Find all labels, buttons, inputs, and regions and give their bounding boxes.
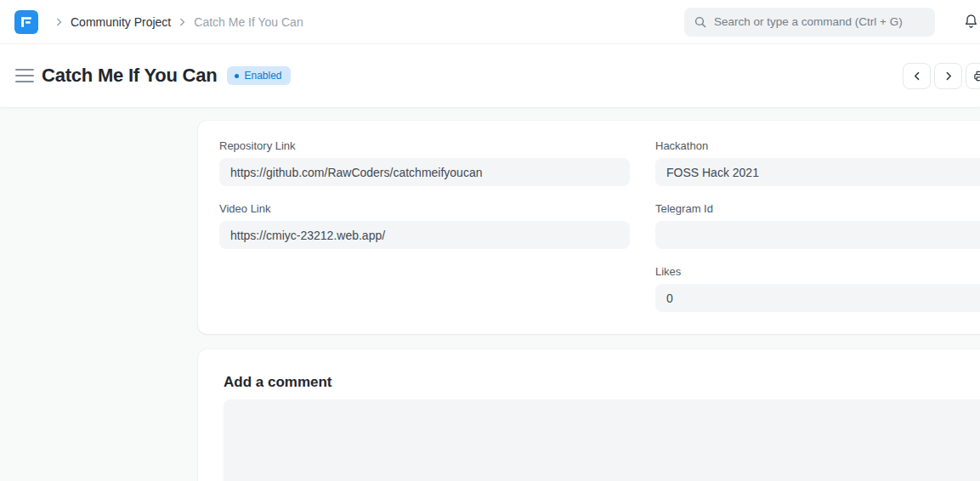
status-dot-icon [235,74,239,78]
page-head: Catch Me If You Can Enabled [0,44,980,108]
likes-input[interactable] [655,284,980,312]
add-comment-heading: Add a comment [224,374,980,391]
form-column-left: Repository Link Video Link [219,139,630,312]
field-label: Video Link [219,202,630,215]
hamburger-icon [15,81,34,82]
field-video-link: Video Link [219,202,630,249]
field-repository-link: Repository Link [219,139,630,186]
sidebar-toggle-button[interactable] [15,68,34,83]
frappe-logo[interactable] [14,10,38,34]
search-icon [694,16,706,28]
printer-icon [973,70,980,82]
field-telegram-id: Telegram Id [655,202,980,249]
search-input[interactable] [714,15,925,28]
status-badge-label: Enabled [244,70,281,82]
status-badge: Enabled [227,66,290,85]
field-likes: Likes [655,265,980,312]
form-section-card: Repository Link Video Link Hackathon Tel… [198,121,980,334]
navbar: Community Project Catch Me If You Can [0,0,980,44]
field-hackathon: Hackathon [655,139,980,186]
hamburger-icon [15,69,34,71]
print-button[interactable] [966,63,980,89]
prev-document-button[interactable] [903,63,931,89]
page-title: Catch Me If You Can [42,65,217,87]
breadcrumb: Community Project Catch Me If You Can [48,15,303,29]
chevron-right-icon [55,18,63,26]
comments-section-card: Add a comment [198,349,980,481]
field-label: Hackathon [655,139,980,152]
breadcrumb-item-community-project[interactable]: Community Project [71,15,171,29]
form-grid: Repository Link Video Link Hackathon Tel… [219,139,980,312]
global-search[interactable] [684,8,935,37]
page-head-actions [903,63,980,89]
form-column-right: Hackathon Telegram Id Likes [655,139,980,312]
telegram-id-input[interactable] [655,221,980,249]
comment-input[interactable] [224,399,980,481]
page-body: Repository Link Video Link Hackathon Tel… [0,108,980,481]
field-label: Likes [655,265,980,278]
frappe-logo-icon [20,15,33,29]
breadcrumb-item-current[interactable]: Catch Me If You Can [194,15,303,29]
chevron-left-icon [912,71,922,82]
bell-icon [963,13,979,31]
repository-link-input[interactable] [219,158,630,186]
video-link-input[interactable] [219,221,630,249]
chevron-right-icon [178,18,186,26]
notifications-button[interactable] [962,13,979,31]
field-label: Repository Link [219,139,630,152]
chevron-right-icon [943,71,954,82]
next-document-button[interactable] [934,63,962,89]
hamburger-icon [15,75,34,76]
field-label: Telegram Id [655,202,980,215]
hackathon-input[interactable] [655,158,980,186]
